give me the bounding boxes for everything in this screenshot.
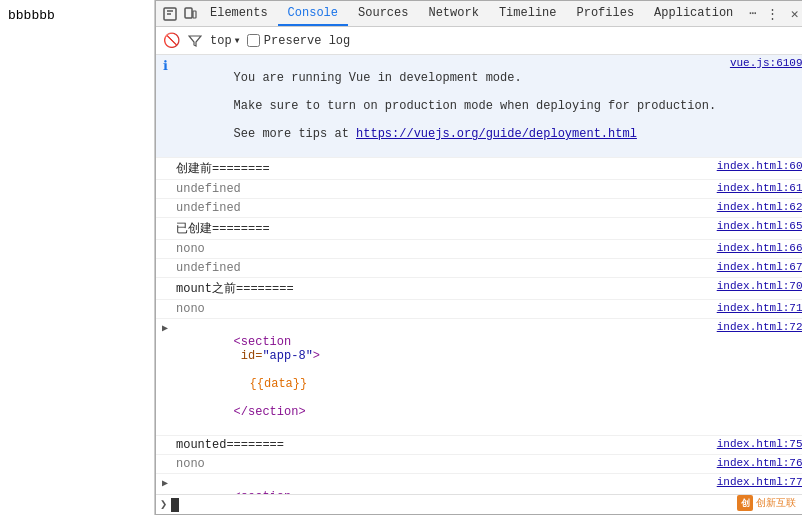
page-panel: bbbbbb xyxy=(0,0,155,515)
console-toolbar: 🚫 top ▾ Preserve log xyxy=(156,27,802,55)
console-input-line: ❯ xyxy=(156,494,802,514)
line-text: mounted======== xyxy=(174,437,711,453)
more-tabs-icon[interactable]: ⋯ xyxy=(743,1,762,26)
watermark-logo: 创 xyxy=(737,495,753,511)
filter-dropdown-icon: ▾ xyxy=(234,33,241,48)
line-source[interactable]: index.html:62 xyxy=(711,200,802,214)
console-line: nono index.html:66 xyxy=(156,240,802,259)
line-text: 已创建======== xyxy=(174,219,711,238)
line-text: <section id="app-8"> aaaaa </section> xyxy=(174,475,711,494)
console-line: undefined index.html:67 xyxy=(156,259,802,278)
line-text: mount之前======== xyxy=(174,279,711,298)
svg-rect-2 xyxy=(193,11,196,18)
line-source[interactable]: index.html:67 xyxy=(711,260,802,274)
line-text: undefined xyxy=(174,181,711,197)
line-icon-empty xyxy=(156,301,174,303)
tab-application[interactable]: Application xyxy=(644,1,743,26)
line-icon-empty xyxy=(156,260,174,262)
console-line: ▶ <section id="app-8"> {{data}} </sectio… xyxy=(156,319,802,436)
line-source[interactable]: index.html:61 xyxy=(711,181,802,195)
xml-value: "app-8" xyxy=(262,349,312,363)
console-line: undefined index.html:62 xyxy=(156,199,802,218)
console-line: nono index.html:71 xyxy=(156,300,802,319)
console-line: ▶ <section id="app-8"> aaaaa </section> … xyxy=(156,474,802,494)
console-line: 已创建======== index.html:65 xyxy=(156,218,802,240)
expand-icon[interactable]: ▶ xyxy=(156,320,174,334)
device-icon[interactable] xyxy=(180,4,200,24)
line-text: 创建前======== xyxy=(174,159,711,178)
watermark: 创 创新互联 xyxy=(737,495,796,511)
line-text: <section id="app-8"> {{data}} </section> xyxy=(174,320,711,434)
console-cursor xyxy=(171,498,179,512)
clear-console-icon[interactable]: 🚫 xyxy=(162,32,180,50)
tab-console[interactable]: Console xyxy=(278,1,348,26)
devtools-topbar: Elements Console Sources Network Timelin… xyxy=(156,1,802,27)
line-source[interactable]: index.html:77 xyxy=(711,475,802,489)
line-icon-empty xyxy=(156,181,174,183)
xml-content: {{data}} xyxy=(234,377,308,391)
line-text: nono xyxy=(174,301,711,317)
expand-icon2[interactable]: ▶ xyxy=(156,475,174,489)
page-content: bbbbbb xyxy=(8,8,55,23)
console-line: 创建前======== index.html:60 xyxy=(156,158,802,180)
line-source[interactable]: index.html:72 xyxy=(711,320,802,334)
tab-profiles[interactable]: Profiles xyxy=(566,1,644,26)
line-icon-empty xyxy=(156,279,174,281)
console-line: mounted======== index.html:75 xyxy=(156,436,802,455)
line-icon-empty xyxy=(156,437,174,439)
xml-close-bracket: > xyxy=(313,349,320,363)
line-icon-empty xyxy=(156,456,174,458)
watermark-text: 创新互联 xyxy=(756,496,796,510)
line-text: undefined xyxy=(174,200,711,216)
line-source[interactable]: index.html:70 xyxy=(711,279,802,293)
xml-closing-tag: </section> xyxy=(234,405,306,419)
console-line: undefined index.html:61 xyxy=(156,180,802,199)
inspect-icon[interactable] xyxy=(160,4,180,24)
line-text: nono xyxy=(174,456,711,472)
info-icon: ℹ xyxy=(156,56,174,74)
console-prompt-icon: ❯ xyxy=(160,497,167,512)
devtools-panel: Elements Console Sources Network Timelin… xyxy=(155,0,802,515)
line-icon-empty xyxy=(156,200,174,202)
filter-icon[interactable] xyxy=(186,32,204,50)
vue-link[interactable]: https://vuejs.org/guide/deployment.html xyxy=(356,127,637,141)
line-source[interactable]: index.html:75 xyxy=(711,437,802,451)
xml-attr: id= xyxy=(234,349,263,363)
console-line: nono index.html:76 xyxy=(156,455,802,474)
preserve-log-label[interactable]: Preserve log xyxy=(247,34,350,48)
devtools-corner-buttons: ⋮ ✕ xyxy=(763,4,802,24)
more-options-icon[interactable]: ⋮ xyxy=(763,4,783,24)
xml-open-tag: <section xyxy=(234,335,292,349)
line-source[interactable]: vue.js:6109 xyxy=(724,56,802,70)
tab-sources[interactable]: Sources xyxy=(348,1,418,26)
tab-elements[interactable]: Elements xyxy=(200,1,278,26)
line-source[interactable]: index.html:71 xyxy=(711,301,802,315)
preserve-log-checkbox[interactable] xyxy=(247,34,260,47)
svg-rect-1 xyxy=(185,8,192,18)
devtools-tabs: Elements Console Sources Network Timelin… xyxy=(200,1,763,26)
preserve-log-text: Preserve log xyxy=(264,34,350,48)
line-text: undefined xyxy=(174,260,711,276)
console-line: ℹ You are running Vue in development mod… xyxy=(156,55,802,158)
tab-network[interactable]: Network xyxy=(418,1,488,26)
line-source[interactable]: index.html:66 xyxy=(711,241,802,255)
console-output: ℹ You are running Vue in development mod… xyxy=(156,55,802,494)
line-icon-empty xyxy=(156,219,174,221)
tab-timeline[interactable]: Timeline xyxy=(489,1,567,26)
line-text: nono xyxy=(174,241,711,257)
line-icon-empty xyxy=(156,159,174,161)
console-line: mount之前======== index.html:70 xyxy=(156,278,802,300)
line-source[interactable]: index.html:65 xyxy=(711,219,802,233)
line-source[interactable]: index.html:76 xyxy=(711,456,802,470)
filter-value: top xyxy=(210,34,232,48)
line-text: You are running Vue in development mode.… xyxy=(174,56,724,156)
line-source[interactable]: index.html:60 xyxy=(711,159,802,173)
filter-dropdown[interactable]: top ▾ xyxy=(210,33,241,48)
line-icon-empty xyxy=(156,241,174,243)
close-devtools-icon[interactable]: ✕ xyxy=(785,4,802,24)
